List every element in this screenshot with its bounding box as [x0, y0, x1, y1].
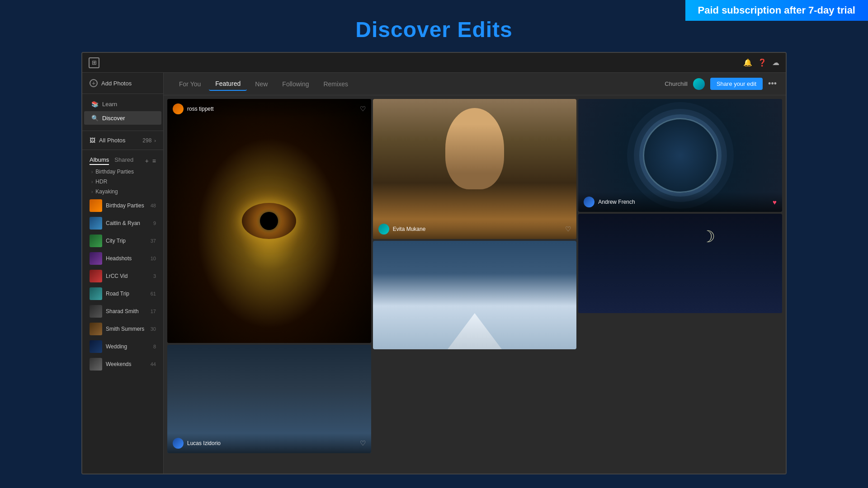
chevron-right-icon: › [91, 179, 93, 184]
album-count: 17 [151, 309, 156, 314]
sidebar-divider-1 [82, 131, 163, 131]
album-thumbnail [90, 270, 102, 282]
add-photos-button[interactable]: + Add Photos [82, 73, 163, 94]
album-item[interactable]: LrCC Vid 3 [84, 267, 161, 285]
page-title: Discover Edits [355, 17, 512, 42]
album-item[interactable]: City Trip 37 [84, 232, 161, 249]
nav-bar: For You Featured New Following Remixes C… [164, 73, 786, 95]
album-item[interactable]: Weekends 44 [84, 356, 161, 373]
user-avatar [693, 78, 705, 90]
chevron-right-icon: › [154, 138, 156, 143]
sidebar-item-discover[interactable]: 🔍 Discover [84, 111, 161, 125]
add-album-icon[interactable]: + [145, 157, 149, 164]
learn-icon: 📚 [91, 100, 99, 108]
album-thumbnail [90, 340, 102, 353]
album-name: Road Trip [106, 291, 147, 297]
albums-tabs: Albums Shared [90, 156, 145, 165]
author-name-lucas: Lucas Izidorio [187, 440, 356, 446]
album-item[interactable]: Caitlin & Ryan 9 [84, 215, 161, 232]
like-button-evita[interactable]: ♡ [565, 225, 571, 233]
cloud-icon[interactable]: ☁ [772, 58, 779, 67]
sidebar: + Add Photos 📚 Learn 🔍 Discover 🖼 All Ph… [82, 73, 164, 474]
photo-top-overlay: ross tippett ♡ [167, 99, 371, 119]
tab-remixes[interactable]: Remixes [317, 78, 354, 90]
album-count: 3 [153, 273, 156, 279]
photo-card-snow[interactable] [373, 241, 577, 349]
share-edit-button[interactable]: Share your edit [710, 78, 763, 90]
help-icon[interactable]: ❓ [758, 58, 767, 67]
album-name: Sharad Smith [106, 308, 147, 314]
album-group-hdr[interactable]: › HDR [82, 177, 163, 187]
author-name-ross: ross tippett [187, 106, 356, 112]
tab-featured[interactable]: Featured [209, 77, 247, 91]
moon-image [578, 214, 782, 313]
photo-overlay-andrew: Andrew French ♥ [578, 192, 782, 212]
tab-following[interactable]: Following [276, 78, 315, 90]
album-name: Caitlin & Ryan [106, 220, 150, 226]
photo-card-spiral[interactable]: Andrew French ♥ [578, 99, 782, 212]
album-name: Birthday Parties [106, 202, 147, 209]
tab-albums[interactable]: Albums [90, 156, 109, 165]
album-count: 37 [151, 238, 156, 244]
album-count: 61 [151, 291, 156, 296]
album-count: 10 [151, 256, 156, 261]
album-group-birthday[interactable]: › Birthday Parties [82, 167, 163, 177]
app-window: ⊞ 🔔 ❓ ☁ + Add Photos 📚 Learn 🔍 D [81, 52, 787, 474]
sidebar-item-learn[interactable]: 📚 Learn [84, 97, 161, 111]
nav-actions: Churchill Share your edit ••• [665, 78, 777, 90]
photo-column-2: Evita Mukane ♡ [373, 99, 577, 349]
photo-card-eye[interactable]: ross tippett ♡ [167, 99, 371, 343]
trial-banner-text: Paid subscription after 7-day trial [698, 5, 855, 16]
album-name: LrCC Vid [106, 273, 150, 279]
tab-for-you[interactable]: For You [173, 78, 207, 90]
album-item[interactable]: Headshots 10 [84, 250, 161, 267]
sort-albums-icon[interactable]: ≡ [152, 157, 156, 164]
app-body: + Add Photos 📚 Learn 🔍 Discover 🖼 All Ph… [82, 73, 786, 474]
album-count: 44 [151, 361, 156, 367]
photo-card-lucas[interactable]: Lucas Izidorio ♡ [167, 345, 371, 453]
album-count: 9 [153, 221, 156, 226]
author-avatar-andrew [584, 197, 594, 207]
window-icon[interactable]: ⊞ [89, 57, 99, 68]
photo-card-moon[interactable] [578, 214, 782, 313]
author-avatar-evita [378, 224, 389, 235]
album-item[interactable]: Sharad Smith 17 [84, 303, 161, 320]
album-item[interactable]: Road Trip 61 [84, 285, 161, 302]
user-label: Churchill [665, 80, 688, 87]
trial-banner: Paid subscription after 7-day trial [685, 0, 868, 21]
album-item[interactable]: Smith Summers 30 [84, 320, 161, 338]
title-bar-actions: 🔔 ❓ ☁ [743, 58, 779, 67]
album-item[interactable]: Wedding 8 [84, 338, 161, 355]
bell-icon[interactable]: 🔔 [743, 58, 752, 67]
tab-shared[interactable]: Shared [114, 156, 133, 165]
eye-image [167, 99, 371, 343]
tab-new[interactable]: New [249, 78, 274, 90]
photo-grid: ross tippett ♡ Lucas Izidorio ♡ [164, 95, 786, 474]
title-bar: ⊞ 🔔 ❓ ☁ [82, 53, 786, 73]
album-item[interactable]: Birthday Parties 48 [84, 197, 161, 214]
album-thumbnail [90, 235, 102, 247]
like-button-andrew[interactable]: ♥ [773, 198, 777, 206]
like-button-eye[interactable]: ♡ [360, 105, 366, 113]
album-thumbnail [90, 199, 102, 212]
album-list: Birthday Parties 48 Caitlin & Ryan 9 Cit… [82, 197, 163, 373]
author-name-andrew: Andrew French [598, 199, 769, 205]
album-name: Smith Summers [106, 326, 147, 332]
more-options-icon[interactable]: ••• [768, 79, 777, 89]
album-thumbnail [90, 287, 102, 300]
all-photos-row[interactable]: 🖼 All Photos 298 › [82, 134, 163, 147]
album-count: 48 [151, 203, 156, 208]
woman-image [373, 99, 577, 239]
album-thumbnail [90, 323, 102, 335]
album-group-kayaking[interactable]: › Kayaking [82, 187, 163, 197]
album-name: Wedding [106, 343, 150, 350]
like-button-lucas[interactable]: ♡ [360, 439, 366, 447]
snow-image [373, 241, 577, 349]
photo-card-woman[interactable]: Evita Mukane ♡ [373, 99, 577, 239]
album-count: 30 [151, 326, 156, 332]
photo-overlay-evita: Evita Mukane ♡ [373, 219, 577, 239]
discover-icon: 🔍 [91, 114, 99, 122]
album-name: City Trip [106, 238, 147, 244]
author-avatar-ross [173, 103, 184, 114]
album-thumbnail [90, 305, 102, 318]
